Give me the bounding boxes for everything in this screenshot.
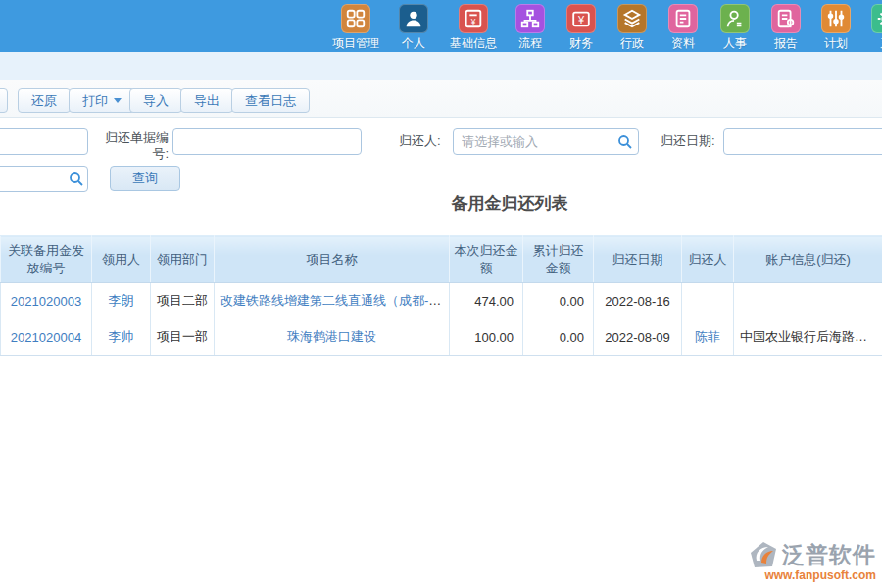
receipt-no-label: 归还单据编号: xyxy=(96,130,169,162)
cell-issue-no: 2021020003 xyxy=(1,283,92,319)
search-icon[interactable] xyxy=(69,172,84,187)
flowchart-icon xyxy=(515,4,545,33)
grid-icon xyxy=(341,4,370,33)
table-row: 2021020004 李帅 项目一部 珠海鹤港口建设 100.00 0.00 2… xyxy=(1,319,882,356)
layers-icon xyxy=(617,4,647,33)
nav-label: 流程 xyxy=(518,35,542,52)
issue-no-link[interactable]: 2021020003 xyxy=(11,294,81,309)
cell-total-returned: 0.00 xyxy=(523,319,594,356)
cell-return-date: 2022-08-09 xyxy=(594,319,682,356)
cell-return-amount: 474.00 xyxy=(450,283,523,319)
import-button[interactable]: 导入 xyxy=(129,88,182,113)
nav-label: 计划 xyxy=(824,35,848,52)
yen-icon: ¥ xyxy=(566,4,596,33)
gear-icon xyxy=(871,4,882,33)
view-log-button[interactable]: 查看日志 xyxy=(231,88,310,113)
return-date-label: 归还日期: xyxy=(661,133,721,149)
cell-project: 改建铁路线增建第二线直通线（成都-西... xyxy=(215,283,450,319)
app-window: 项目管理 个人 ¥ 基础信息 流程 ¥ 财务 xyxy=(0,0,882,588)
issue-no-link[interactable]: 2021020004 xyxy=(11,330,81,345)
query-button[interactable]: 查询 xyxy=(110,166,180,191)
restore-button[interactable]: 还原 xyxy=(18,88,71,113)
nav-item-basic-info[interactable]: ¥ 基础信息 xyxy=(450,4,497,52)
nav-label: 行政 xyxy=(620,35,644,52)
svg-text:¥: ¥ xyxy=(577,14,585,25)
cell-account-info: 中国农业银行后海路支行 xyxy=(734,319,882,356)
person-icon xyxy=(399,4,428,33)
sub-header-strip xyxy=(0,52,882,80)
vendor-url-text: www.fanpusoft.com xyxy=(719,568,876,582)
nav-label: 财务 xyxy=(569,35,593,52)
document-icon xyxy=(668,4,698,33)
col-header-total-returned: 累计归还金额 xyxy=(523,236,594,283)
restore-label: 还原 xyxy=(31,92,57,110)
cell-return-amount: 100.00 xyxy=(450,319,523,356)
clipped-filter-input[interactable] xyxy=(0,128,88,155)
nav-label: 基础信息 xyxy=(450,35,497,52)
top-navigation-bar: 项目管理 个人 ¥ 基础信息 流程 ¥ 财务 xyxy=(0,0,882,52)
returner-label: 归还人: xyxy=(399,133,448,149)
print-button[interactable]: 打印 xyxy=(69,88,135,113)
nav-item-planning[interactable]: 计划 xyxy=(821,4,851,52)
recipient-link[interactable]: 李朗 xyxy=(109,293,134,308)
sliders-icon xyxy=(821,4,851,33)
col-header-department: 领用部门 xyxy=(151,236,215,283)
fanpu-logo-icon xyxy=(749,541,778,570)
cell-issue-no: 2021020004 xyxy=(1,319,92,356)
col-header-return-amount: 本次归还金额 xyxy=(450,236,523,283)
return-list-table: 关联备用金发放编号 领用人 领用部门 项目名称 本次归还金额 累计归还金额 归还… xyxy=(0,235,882,356)
return-date-input[interactable] xyxy=(723,128,882,155)
person-icon xyxy=(720,4,750,33)
returner-link[interactable]: 陈菲 xyxy=(695,329,720,344)
page-title: 备用金归还列表 xyxy=(0,192,882,215)
nav-item-finance[interactable]: ¥ 财务 xyxy=(566,4,596,52)
table-row: 2021020003 李朗 项目二部 改建铁路线增建第二线直通线（成都-西...… xyxy=(1,283,882,319)
nav-label: 资料 xyxy=(671,35,695,52)
col-header-recipient: 领用人 xyxy=(92,236,151,283)
table-header-row: 关联备用金发放编号 领用人 领用部门 项目名称 本次归还金额 累计归还金额 归还… xyxy=(1,236,882,283)
nav-item-personal[interactable]: 个人 xyxy=(399,4,428,52)
vendor-brand-text: 泛普软件 xyxy=(782,540,876,570)
chevron-down-icon xyxy=(114,98,122,103)
nav-item-administration[interactable]: 行政 xyxy=(617,4,647,52)
receipt-no-input[interactable] xyxy=(172,128,362,155)
nav-item-workflow[interactable]: 流程 xyxy=(515,4,545,52)
report-mic-icon xyxy=(771,4,801,33)
cell-department: 项目二部 xyxy=(151,283,215,319)
returner-input[interactable] xyxy=(453,128,639,155)
col-header-project-name: 项目名称 xyxy=(215,236,450,283)
cell-recipient: 李帅 xyxy=(92,319,151,356)
nav-item-reports[interactable]: 报告 xyxy=(771,4,801,52)
nav-item-project-management[interactable]: 项目管理 xyxy=(332,4,379,52)
cell-department: 项目一部 xyxy=(151,319,215,356)
cell-recipient: 李朗 xyxy=(92,283,151,319)
document-yen-icon: ¥ xyxy=(459,4,488,33)
col-header-return-date: 归还日期 xyxy=(594,236,682,283)
col-header-returner: 归还人 xyxy=(682,236,734,283)
col-header-account-info: 账户信息(归还) xyxy=(734,236,882,283)
cell-total-returned: 0.00 xyxy=(523,283,594,319)
project-link[interactable]: 改建铁路线增建第二线直通线（成都-西... xyxy=(220,293,450,308)
recipient-link[interactable]: 李帅 xyxy=(109,329,134,344)
nav-label: 报告 xyxy=(774,35,798,52)
vendor-watermark: 泛普软件 www.fanpusoft.com xyxy=(719,540,876,582)
nav-label: 项目管理 xyxy=(332,35,379,52)
cell-return-date: 2022-08-16 xyxy=(594,283,682,319)
clipped-toolbar-button[interactable] xyxy=(0,88,8,113)
export-button[interactable]: 导出 xyxy=(180,88,233,113)
svg-text:¥: ¥ xyxy=(470,18,476,26)
project-link[interactable]: 珠海鹤港口建设 xyxy=(287,329,376,344)
toolbar: 还原 打印 导入 导出 查看日志 xyxy=(0,80,882,118)
nav-label: 个人 xyxy=(402,35,425,52)
nav-item-system[interactable]: 系 xyxy=(871,4,882,52)
cell-returner xyxy=(682,283,734,319)
cell-returner: 陈菲 xyxy=(682,319,734,356)
filter-area: 归还单据编号: 归还人: 归还日期: 查询 xyxy=(0,118,882,192)
cell-account-info xyxy=(734,283,882,319)
nav-label: 人事 xyxy=(723,35,747,52)
export-label: 导出 xyxy=(194,92,220,110)
search-icon[interactable] xyxy=(617,134,633,150)
view-log-label: 查看日志 xyxy=(245,92,296,110)
nav-item-documents[interactable]: 资料 xyxy=(668,4,698,52)
nav-item-hr[interactable]: 人事 xyxy=(720,4,750,52)
